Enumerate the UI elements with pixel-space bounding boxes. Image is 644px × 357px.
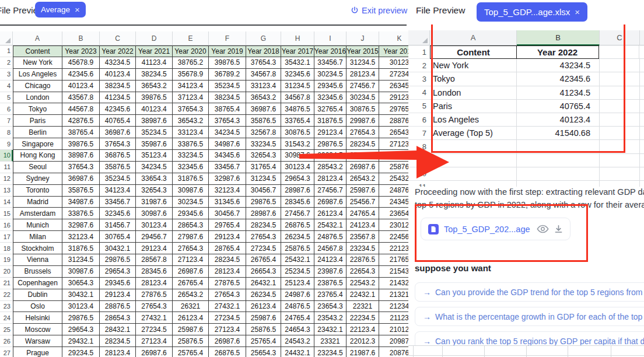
cell[interactable]: 29654.3 bbox=[100, 266, 136, 278]
cell[interactable]: 27654.3 bbox=[136, 301, 173, 313]
cell[interactable]: 43567.8 bbox=[62, 92, 100, 104]
cell[interactable]: 23543.2 bbox=[314, 312, 346, 324]
cell[interactable]: 28123.4 bbox=[314, 173, 346, 185]
cell[interactable]: 22123 bbox=[379, 243, 408, 254]
cell[interactable]: 26345 bbox=[379, 80, 408, 92]
cell[interactable]: 25432.1 bbox=[281, 254, 314, 266]
cell[interactable]: 31543.2 bbox=[281, 138, 314, 150]
cell[interactable] bbox=[600, 181, 640, 187]
cell[interactable]: 35123.4 bbox=[136, 150, 173, 162]
cell[interactable]: 28234.5 bbox=[100, 335, 136, 347]
cell[interactable]: London bbox=[430, 86, 517, 100]
cell[interactable]: 27123.4 bbox=[209, 324, 246, 335]
cell[interactable]: 28876 bbox=[379, 115, 408, 127]
cell[interactable]: 30765.4 bbox=[100, 231, 136, 243]
cell[interactable]: Los Angeles bbox=[430, 113, 517, 127]
cell[interactable]: Toronto bbox=[13, 185, 62, 197]
cell[interactable]: 25765.4 bbox=[173, 347, 209, 357]
cell[interactable]: 24765.4 bbox=[346, 208, 379, 219]
cell[interactable]: 22432.1 bbox=[346, 289, 379, 301]
cell[interactable]: 28654.3 bbox=[173, 219, 209, 231]
cell[interactable]: 23432.1 bbox=[314, 324, 346, 335]
cell[interactable]: Average (Top 5) bbox=[430, 127, 517, 140]
cell[interactable]: 34567.8 bbox=[281, 92, 314, 104]
cell[interactable]: 33234.5 bbox=[173, 150, 209, 162]
cell[interactable]: 27234 bbox=[379, 69, 408, 80]
cell[interactable]: 36789.2 bbox=[209, 69, 246, 80]
cell[interactable]: 32345.6 bbox=[281, 69, 314, 80]
row-number[interactable]: 17 bbox=[0, 231, 13, 243]
cell[interactable]: 31234.5 bbox=[346, 57, 379, 69]
cell[interactable] bbox=[640, 140, 644, 153]
row-number[interactable]: 5 bbox=[408, 100, 430, 113]
cell[interactable]: 33456.7 bbox=[209, 162, 246, 173]
cell[interactable]: 35876.5 bbox=[100, 162, 136, 173]
row-number[interactable]: 24 bbox=[0, 312, 13, 324]
cell[interactable]: 27987.6 bbox=[173, 231, 209, 243]
column-letter[interactable]: C bbox=[100, 32, 136, 46]
cell[interactable]: 30234.5 bbox=[314, 69, 346, 80]
cell[interactable]: 25765.4 bbox=[246, 335, 281, 347]
cell[interactable]: 35987.6 bbox=[136, 138, 173, 150]
cell[interactable]: 28765.4 bbox=[209, 243, 246, 254]
cell[interactable]: 25987.6 bbox=[246, 312, 281, 324]
cell[interactable]: 21123 bbox=[379, 312, 408, 324]
cell[interactable]: 27432.1 bbox=[136, 312, 173, 324]
cell[interactable]: 29123.4 bbox=[314, 127, 346, 138]
cell[interactable]: 40123.4 bbox=[100, 69, 136, 80]
cell[interactable]: 27876.5 bbox=[209, 278, 246, 289]
cell[interactable]: 35432.1 bbox=[281, 57, 314, 69]
cell[interactable]: 30987.6 bbox=[136, 208, 173, 219]
header-cell[interactable]: Content bbox=[430, 46, 517, 59]
row-number[interactable]: 3 bbox=[408, 72, 430, 86]
header-cell[interactable]: Year 2023 bbox=[62, 46, 100, 57]
cell[interactable]: 38234.5 bbox=[100, 80, 136, 92]
cell[interactable]: 24543.2 bbox=[281, 335, 314, 347]
download-icon[interactable] bbox=[554, 225, 563, 233]
cell[interactable]: Madrid bbox=[13, 197, 62, 208]
cell[interactable]: 21012 bbox=[379, 324, 408, 335]
cell[interactable]: 22234.5 bbox=[346, 312, 379, 324]
left-spreadsheet[interactable]: ABCDEFGHIJK1ContentYear 2023Year 2022Yea… bbox=[0, 26, 408, 357]
cell[interactable]: 28123.4 bbox=[100, 347, 136, 357]
cell[interactable]: 26987.6 bbox=[314, 197, 346, 208]
cell[interactable]: 27654.3 bbox=[209, 289, 246, 301]
cell[interactable]: 23234.5 bbox=[346, 243, 379, 254]
row-number[interactable]: 10 bbox=[408, 167, 430, 181]
cell[interactable]: 25432.1 bbox=[314, 219, 346, 231]
cell[interactable]: 30987.6 bbox=[62, 266, 100, 278]
cell[interactable] bbox=[640, 72, 644, 86]
cell[interactable]: 25123.4 bbox=[281, 278, 314, 289]
cell[interactable]: 30987.6 bbox=[173, 185, 209, 197]
row-number[interactable]: 9 bbox=[0, 138, 13, 150]
cell[interactable]: 24987.6 bbox=[281, 289, 314, 301]
column-letter[interactable]: C bbox=[600, 30, 640, 46]
cell[interactable]: Dublin bbox=[13, 289, 62, 301]
cell[interactable]: 25876.5 bbox=[246, 324, 281, 335]
cell[interactable]: 28432.1 bbox=[100, 324, 136, 335]
header-cell[interactable]: Year 2022 bbox=[100, 46, 136, 57]
close-icon[interactable]: × bbox=[75, 5, 80, 14]
cell[interactable]: 38987.6 bbox=[62, 150, 100, 162]
column-letter[interactable]: A bbox=[13, 32, 62, 46]
cell[interactable]: New York bbox=[430, 59, 517, 72]
cell[interactable]: 38234.5 bbox=[136, 69, 173, 80]
cell[interactable]: 32123.4 bbox=[209, 185, 246, 197]
cell[interactable]: Tokyo bbox=[13, 103, 62, 115]
cell[interactable]: 26234.5 bbox=[246, 289, 281, 301]
cell[interactable]: 29456.7 bbox=[136, 231, 173, 243]
header-cell[interactable]: Year 2022 bbox=[516, 46, 599, 59]
row-number[interactable]: 10 bbox=[0, 150, 13, 162]
cell[interactable]: 34567.8 bbox=[246, 69, 281, 80]
row-number[interactable]: 8 bbox=[408, 140, 430, 153]
cell[interactable]: 40765.4 bbox=[517, 100, 600, 113]
row-number[interactable]: 1 bbox=[0, 46, 13, 57]
cell[interactable]: 24567.8 bbox=[314, 243, 346, 254]
cell[interactable] bbox=[517, 167, 600, 181]
cell[interactable]: 21987.6 bbox=[346, 347, 379, 357]
close-icon[interactable]: × bbox=[575, 8, 580, 16]
cell[interactable]: 21543 bbox=[379, 266, 408, 278]
column-letter[interactable]: D bbox=[136, 32, 173, 46]
cell[interactable]: 36543.2 bbox=[136, 80, 173, 92]
cell[interactable]: 25987.6 bbox=[173, 324, 209, 335]
